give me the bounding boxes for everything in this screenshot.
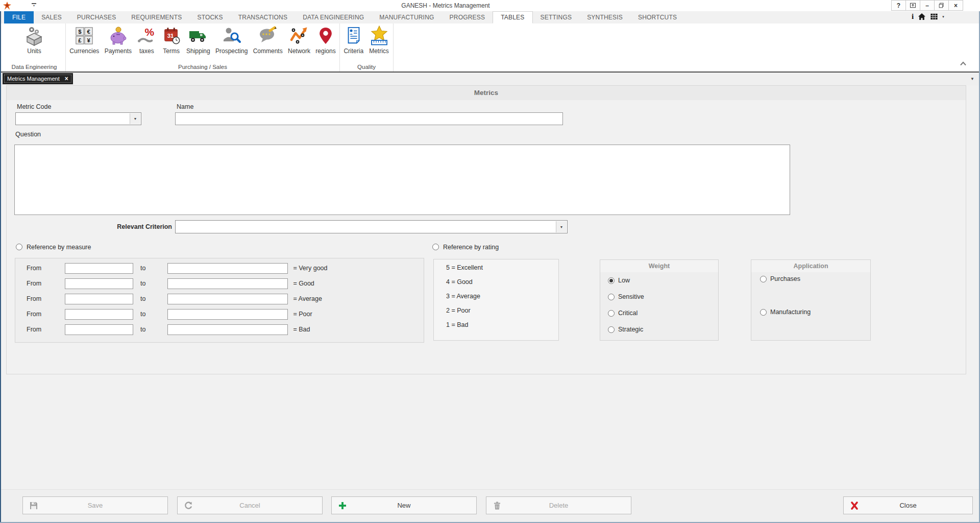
new-button[interactable]: New (331, 496, 477, 514)
ribbon-button-metrics[interactable]: Metrics (368, 25, 391, 55)
tab-data-engineering[interactable]: DATA ENGINEERING (295, 11, 372, 23)
ribbon-group-label: Purchasing / Sales (66, 64, 339, 70)
delete-button[interactable]: Delete (486, 496, 631, 514)
tab-purchases[interactable]: PURCHASES (69, 11, 124, 23)
tab-settings[interactable]: SETTINGS (533, 11, 580, 23)
calculator-dropdown-icon[interactable]: ▾ (942, 15, 944, 19)
measure-from-input-4[interactable] (65, 309, 133, 320)
close-tab-icon[interactable]: × (65, 75, 68, 82)
weight-option-critical[interactable]: Critical (608, 308, 638, 318)
save-button[interactable]: Save (22, 496, 168, 514)
ribbon-button-regions[interactable]: regions (314, 25, 337, 55)
calculator-icon[interactable] (930, 13, 938, 20)
radio-manufacturing[interactable] (760, 309, 767, 316)
radio-strategic[interactable] (608, 326, 615, 333)
tab-sales[interactable]: SALES (34, 11, 69, 23)
cancel-button[interactable]: Cancel (177, 496, 323, 514)
svg-text:31: 31 (167, 33, 174, 39)
ribbon-group-quality: Criteria Metrics Q (340, 23, 394, 72)
measure-row: From to = Average (27, 292, 322, 306)
pin-icon (909, 2, 917, 9)
radio-low[interactable] (608, 277, 615, 284)
restore-button[interactable] (934, 0, 949, 11)
tab-strip-dropdown-icon[interactable]: ▼ (970, 77, 974, 81)
application-option-purchases[interactable]: Purchases (760, 274, 800, 283)
measure-from-input-1[interactable] (65, 263, 133, 274)
reference-by-measure-label: Reference by measure (27, 244, 91, 251)
minimize-button[interactable]: – (920, 0, 935, 11)
metric-code-label: Metric Code (17, 103, 51, 110)
tab-tables[interactable]: TABLES (493, 11, 532, 23)
measure-to-input-3[interactable] (167, 294, 288, 304)
radio-sensitive[interactable] (608, 294, 615, 300)
weight-option-low[interactable]: Low (608, 276, 630, 285)
tab-manufacturing[interactable]: MANUFACTURING (372, 11, 442, 23)
radio-purchases[interactable] (760, 276, 767, 282)
svg-text:%: % (145, 26, 155, 38)
rating-item: 5 = Excellent (446, 264, 483, 273)
measure-from-input-5[interactable] (65, 324, 133, 335)
reference-by-measure-radio[interactable] (16, 244, 22, 250)
document-tab-metrics-management[interactable]: Metrics Management × (3, 73, 73, 84)
equals-label: = Good (293, 280, 314, 287)
tab-progress[interactable]: PROGRESS (442, 11, 493, 23)
ribbon-button-criteria[interactable]: Criteria (342, 25, 365, 55)
info-icon[interactable]: i (912, 13, 914, 20)
tab-file[interactable]: FILE (4, 11, 34, 23)
ribbon-button-terms[interactable]: 31 Terms (160, 25, 183, 55)
svg-text:¥: ¥ (87, 37, 91, 43)
radio-critical[interactable] (608, 310, 615, 317)
ribbon-button-comments[interactable]: Comments (252, 25, 284, 55)
ribbon-button-payments[interactable]: Payments (103, 25, 133, 55)
measure-row: From to = Bad (27, 322, 310, 337)
application-option-manufacturing[interactable]: Manufacturing (760, 307, 811, 317)
collapse-ribbon-icon[interactable] (960, 61, 967, 66)
tab-requirements[interactable]: REQUIREMENTS (124, 11, 189, 23)
tab-transactions[interactable]: TRANSACTIONS (231, 11, 295, 23)
ribbon-button-network[interactable]: Network (286, 25, 312, 55)
metric-code-combobox[interactable]: ▼ (15, 112, 141, 125)
ribbon-button-prospecting[interactable]: Prospecting (214, 25, 249, 55)
measure-to-input-5[interactable] (167, 324, 288, 335)
equals-label: = Poor (293, 311, 312, 318)
window-title: GANESH - Metrics Management (51, 2, 840, 9)
close-window-button[interactable]: × (948, 0, 963, 11)
quick-access-dropdown-icon[interactable]: ▾ (32, 3, 36, 8)
from-label: From (27, 326, 47, 333)
weight-option-sensitive[interactable]: Sensitive (608, 292, 644, 301)
measure-to-input-1[interactable] (167, 263, 288, 274)
save-icon (29, 501, 38, 510)
measure-row: From to = Very good (27, 261, 328, 275)
weight-option-strategic[interactable]: Strategic (608, 325, 643, 334)
measure-from-input-2[interactable] (65, 278, 133, 289)
name-input[interactable] (175, 112, 563, 125)
measure-from-input-3[interactable] (65, 294, 133, 304)
relevant-criterion-combobox[interactable]: ▼ (175, 220, 568, 233)
measure-to-input-2[interactable] (167, 278, 288, 289)
to-label: to (140, 326, 145, 333)
from-label: From (27, 295, 47, 302)
ribbon-button-shipping[interactable]: Shipping (185, 25, 212, 55)
ribbon-group-label: Data Engineering (3, 64, 65, 70)
measure-row: From to = Poor (27, 307, 312, 321)
reference-by-rating-radio[interactable] (432, 244, 439, 250)
chevron-down-icon[interactable]: ▼ (130, 113, 140, 124)
chevron-down-icon[interactable]: ▼ (556, 221, 567, 232)
question-textarea[interactable] (14, 145, 790, 215)
ribbon-button-units[interactable]: Units (22, 25, 46, 55)
home-icon[interactable] (918, 13, 926, 20)
measure-to-input-4[interactable] (167, 309, 288, 320)
application-group-title: Application (751, 260, 870, 272)
name-label: Name (177, 103, 193, 110)
tab-shortcuts[interactable]: SHORTCUTS (630, 11, 684, 23)
ribbon-pin-button[interactable] (905, 0, 920, 11)
reference-by-rating-label: Reference by rating (443, 244, 499, 251)
metrics-icon (369, 26, 389, 46)
tab-stocks[interactable]: STOCKS (189, 11, 230, 23)
tab-synthesis[interactable]: SYNTHESIS (579, 11, 630, 23)
help-button[interactable]: ? (891, 0, 906, 11)
close-button[interactable]: Close (843, 496, 973, 514)
ribbon-button-taxes[interactable]: % taxes (135, 25, 158, 55)
measure-row: From to = Good (27, 276, 314, 291)
ribbon-button-currencies[interactable]: $ € £ ¥ Currencies (68, 25, 101, 55)
